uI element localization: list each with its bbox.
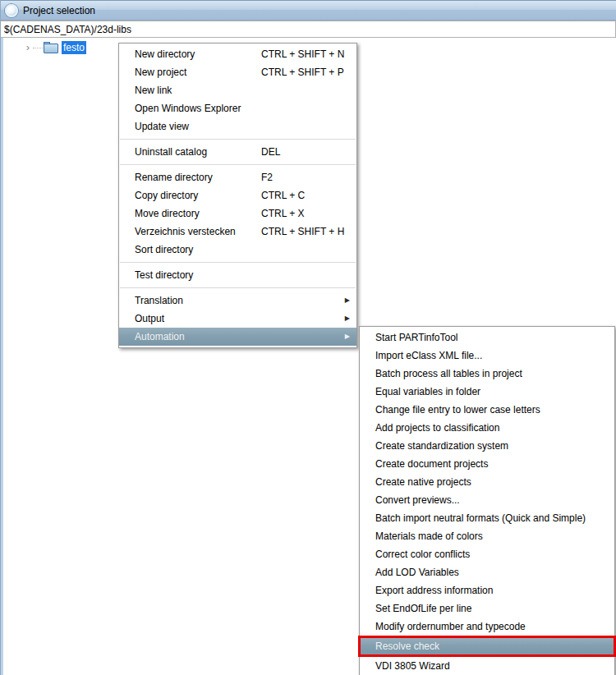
menu-separator <box>120 139 356 140</box>
tree-row-festo[interactable]: › festo <box>24 40 86 55</box>
tree-guide-line <box>33 48 43 48</box>
menu-item-label: Add LOD Variables <box>375 563 608 581</box>
menu-separator <box>120 164 356 165</box>
menu-item-automation[interactable]: Automation▶ <box>119 328 356 346</box>
menu-item-output[interactable]: Output▶ <box>119 310 356 328</box>
menu-item-create-document-projects[interactable]: Create document projects <box>360 455 614 473</box>
menu-item-label: Import eClass XML file... <box>375 347 608 365</box>
menu-separator <box>120 262 356 263</box>
folder-icon <box>44 42 58 53</box>
menu-item-convert-previews[interactable]: Convert previews... <box>360 491 614 509</box>
menu-item-batch-import-neutral-formats-quick-and-simple[interactable]: Batch import neutral formats (Quick and … <box>360 509 614 527</box>
window-sphere-icon <box>5 4 18 17</box>
menu-item-label: Copy directory <box>135 186 241 204</box>
menu-item-materials-made-of-colors[interactable]: Materials made of colors <box>360 527 614 545</box>
menu-item-shortcut: CTRL + SHIFT + N <box>261 45 350 63</box>
menu-item-batch-process-all-tables-in-project[interactable]: Batch process all tables in project <box>360 365 614 383</box>
menu-item-label: Create document projects <box>375 455 608 473</box>
menu-item-create-native-projects[interactable]: Create native projects <box>360 473 614 491</box>
menu-item-shortcut: F2 <box>261 168 350 186</box>
submenu-arrow-icon: ▶ <box>343 328 350 346</box>
menu-item-label: New directory <box>135 45 241 63</box>
path-bar[interactable]: $(CADENAS_DATA)/23d-libs <box>1 21 616 38</box>
menu-item-label: Create standardization system <box>375 437 608 455</box>
menu-item-label: Correct color conflicts <box>375 545 608 563</box>
menu-item-label: Automation <box>135 328 337 346</box>
menu-item-label: Update view <box>135 117 350 135</box>
menu-item-start-partinfotool[interactable]: Start PARTinfoTool <box>360 328 614 347</box>
menu-item-create-standardization-system[interactable]: Create standardization system <box>360 437 614 455</box>
menu-item-label: Convert previews... <box>375 491 608 509</box>
menu-item-copy-directory[interactable]: Copy directoryCTRL + C <box>119 186 356 204</box>
menu-item-label: Batch process all tables in project <box>375 365 608 383</box>
tree-item-label[interactable]: festo <box>62 41 86 54</box>
menu-item-shortcut: CTRL + SHIFT + H <box>261 223 350 241</box>
menu-item-new-project[interactable]: New projectCTRL + SHIFT + P <box>119 63 356 81</box>
menu-item-label: Test directory <box>135 266 350 284</box>
menu-item-shortcut: CTRL + SHIFT + P <box>261 63 350 81</box>
menu-item-shortcut: CTRL + C <box>261 186 350 204</box>
menu-item-label: Set EndOfLife per line <box>375 599 608 618</box>
menu-item-label: Output <box>135 310 337 328</box>
menu-item-label: Open Windows Explorer <box>135 99 350 117</box>
menu-item-label: Add projects to classification <box>375 419 608 437</box>
menu-item-update-view[interactable]: Update view <box>119 117 356 135</box>
menu-item-label: Modify ordernumber and typecode <box>375 618 608 636</box>
submenu-arrow-icon: ▶ <box>343 310 350 328</box>
menu-item-move-directory[interactable]: Move directoryCTRL + X <box>119 204 356 223</box>
menu-item-label: Rename directory <box>135 168 241 186</box>
menu-item-rename-directory[interactable]: Rename directoryF2 <box>119 168 356 186</box>
menu-item-label: New link <box>135 81 350 99</box>
menu-item-label: Translation <box>135 292 337 310</box>
menu-item-equal-variables-in-folder[interactable]: Equal variables in folder <box>360 383 614 401</box>
menu-item-add-lod-variables[interactable]: Add LOD Variables <box>360 563 614 581</box>
menu-item-modify-ordernumber-and-typecode[interactable]: Modify ordernumber and typecode <box>360 618 614 636</box>
menu-item-label: Uninstall catalog <box>135 143 241 161</box>
menu-item-add-projects-to-classification[interactable]: Add projects to classification <box>360 419 614 437</box>
menu-item-label: Verzeichnis verstecken <box>135 223 241 241</box>
title-bar: Project selection <box>1 0 616 21</box>
menu-item-verzeichnis-verstecken[interactable]: Verzeichnis versteckenCTRL + SHIFT + H <box>119 223 356 241</box>
menu-item-label: Export address information <box>375 581 608 599</box>
menu-item-label: Sort directory <box>135 241 350 259</box>
menu-item-sort-directory[interactable]: Sort directory <box>119 241 356 259</box>
menu-item-set-endoflife-per-line[interactable]: Set EndOfLife per line <box>360 599 614 618</box>
menu-item-label: Batch import neutral formats (Quick and … <box>375 509 608 527</box>
menu-item-label: Resolve check <box>375 638 607 654</box>
menu-item-shortcut: DEL <box>261 143 350 161</box>
menu-item-new-link[interactable]: New link <box>119 81 356 99</box>
menu-item-label: Change file entry to lower case letters <box>375 401 608 419</box>
menu-item-new-directory[interactable]: New directoryCTRL + SHIFT + N <box>119 45 356 63</box>
menu-item-label: Move directory <box>135 204 241 223</box>
menu-separator <box>120 287 356 288</box>
menu-item-label: Start PARTinfoTool <box>375 328 608 347</box>
menu-item-uninstall-catalog[interactable]: Uninstall catalogDEL <box>119 143 356 161</box>
menu-item-resolve-check[interactable]: Resolve check <box>358 636 616 657</box>
menu-item-translation[interactable]: Translation▶ <box>119 292 356 310</box>
project-selection-window: Project selection $(CADENAS_DATA)/23d-li… <box>0 0 616 675</box>
menu-item-export-address-information[interactable]: Export address information <box>360 581 614 599</box>
menu-item-label: Materials made of colors <box>375 527 608 545</box>
menu-item-test-directory[interactable]: Test directory <box>119 266 356 284</box>
automation-submenu: Start PARTinfoToolImport eClass XML file… <box>359 326 615 675</box>
menu-item-label: Create native projects <box>375 473 608 491</box>
menu-item-label: VDI 3805 Wizard <box>375 657 608 675</box>
menu-item-change-file-entry-to-lower-case-letters[interactable]: Change file entry to lower case letters <box>360 401 614 419</box>
path-text: $(CADENAS_DATA)/23d-libs <box>4 24 131 35</box>
menu-item-label: New project <box>135 63 241 81</box>
menu-item-label: Equal variables in folder <box>375 383 608 401</box>
menu-item-correct-color-conflicts[interactable]: Correct color conflicts <box>360 545 614 563</box>
menu-item-import-eclass-xml-file[interactable]: Import eClass XML file... <box>360 347 614 365</box>
context-menu: New directoryCTRL + SHIFT + NNew project… <box>118 43 357 348</box>
menu-item-shortcut: CTRL + X <box>261 204 350 223</box>
window-title: Project selection <box>23 5 95 16</box>
menu-item-vdi-3805-wizard[interactable]: VDI 3805 Wizard <box>360 657 614 675</box>
menu-item-open-windows-explorer[interactable]: Open Windows Explorer <box>119 99 356 117</box>
tree-expander-icon[interactable]: › <box>24 42 32 53</box>
submenu-arrow-icon: ▶ <box>343 292 350 310</box>
